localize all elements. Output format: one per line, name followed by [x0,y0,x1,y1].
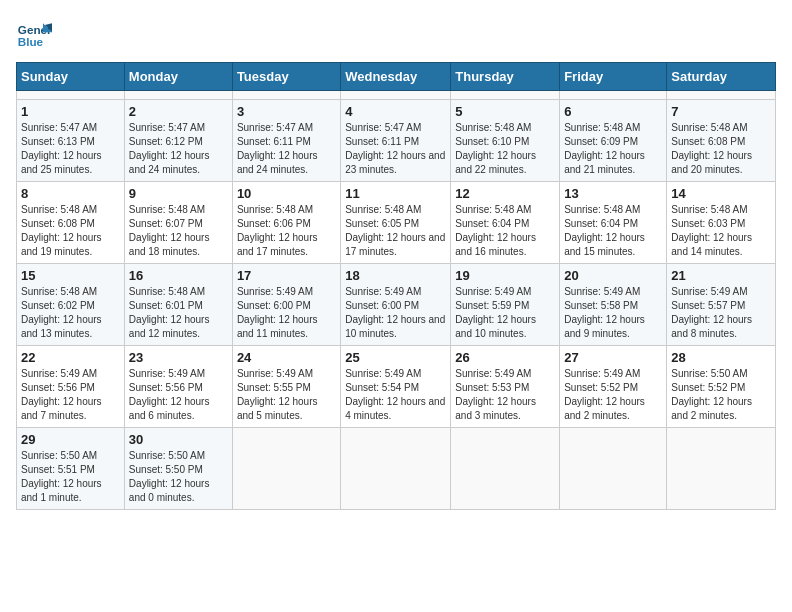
calendar-cell: 7Sunrise: 5:48 AMSunset: 6:08 PMDaylight… [667,100,776,182]
calendar-week-row: 15Sunrise: 5:48 AMSunset: 6:02 PMDayligh… [17,264,776,346]
calendar-week-row: 8Sunrise: 5:48 AMSunset: 6:08 PMDaylight… [17,182,776,264]
calendar-cell: 26Sunrise: 5:49 AMSunset: 5:53 PMDayligh… [451,346,560,428]
day-info: Sunrise: 5:48 AMSunset: 6:04 PMDaylight:… [455,203,555,259]
day-info: Sunrise: 5:47 AMSunset: 6:11 PMDaylight:… [345,121,446,177]
day-number: 29 [21,432,120,447]
day-info: Sunrise: 5:47 AMSunset: 6:13 PMDaylight:… [21,121,120,177]
day-info: Sunrise: 5:49 AMSunset: 5:57 PMDaylight:… [671,285,771,341]
day-number: 14 [671,186,771,201]
svg-text:Blue: Blue [18,35,44,48]
calendar-cell: 5Sunrise: 5:48 AMSunset: 6:10 PMDaylight… [451,100,560,182]
calendar-cell [451,428,560,510]
calendar-cell [667,91,776,100]
day-number: 30 [129,432,228,447]
calendar-cell [667,428,776,510]
day-info: Sunrise: 5:48 AMSunset: 6:01 PMDaylight:… [129,285,228,341]
day-info: Sunrise: 5:47 AMSunset: 6:11 PMDaylight:… [237,121,336,177]
day-number: 27 [564,350,662,365]
calendar-cell: 6Sunrise: 5:48 AMSunset: 6:09 PMDaylight… [560,100,667,182]
day-number: 19 [455,268,555,283]
day-number: 21 [671,268,771,283]
calendar-week-row: 29Sunrise: 5:50 AMSunset: 5:51 PMDayligh… [17,428,776,510]
calendar-cell: 8Sunrise: 5:48 AMSunset: 6:08 PMDaylight… [17,182,125,264]
day-info: Sunrise: 5:49 AMSunset: 6:00 PMDaylight:… [237,285,336,341]
day-info: Sunrise: 5:48 AMSunset: 6:04 PMDaylight:… [564,203,662,259]
day-number: 7 [671,104,771,119]
day-info: Sunrise: 5:49 AMSunset: 5:56 PMDaylight:… [21,367,120,423]
calendar-cell: 11Sunrise: 5:48 AMSunset: 6:05 PMDayligh… [341,182,451,264]
day-info: Sunrise: 5:50 AMSunset: 5:51 PMDaylight:… [21,449,120,505]
day-number: 1 [21,104,120,119]
calendar-cell [560,428,667,510]
weekday-header-cell: Monday [124,63,232,91]
calendar-cell: 13Sunrise: 5:48 AMSunset: 6:04 PMDayligh… [560,182,667,264]
day-info: Sunrise: 5:48 AMSunset: 6:02 PMDaylight:… [21,285,120,341]
day-number: 24 [237,350,336,365]
calendar-cell [232,428,340,510]
calendar-cell: 9Sunrise: 5:48 AMSunset: 6:07 PMDaylight… [124,182,232,264]
weekday-header-cell: Wednesday [341,63,451,91]
day-info: Sunrise: 5:48 AMSunset: 6:10 PMDaylight:… [455,121,555,177]
calendar-cell: 22Sunrise: 5:49 AMSunset: 5:56 PMDayligh… [17,346,125,428]
calendar-cell [232,91,340,100]
calendar-cell: 17Sunrise: 5:49 AMSunset: 6:00 PMDayligh… [232,264,340,346]
day-info: Sunrise: 5:48 AMSunset: 6:09 PMDaylight:… [564,121,662,177]
calendar-cell: 21Sunrise: 5:49 AMSunset: 5:57 PMDayligh… [667,264,776,346]
logo: General Blue [16,16,52,52]
day-number: 16 [129,268,228,283]
day-info: Sunrise: 5:49 AMSunset: 5:58 PMDaylight:… [564,285,662,341]
day-number: 26 [455,350,555,365]
calendar-body: 1Sunrise: 5:47 AMSunset: 6:13 PMDaylight… [17,91,776,510]
day-number: 10 [237,186,336,201]
day-number: 12 [455,186,555,201]
day-number: 11 [345,186,446,201]
day-number: 28 [671,350,771,365]
calendar-cell: 15Sunrise: 5:48 AMSunset: 6:02 PMDayligh… [17,264,125,346]
day-number: 17 [237,268,336,283]
day-number: 13 [564,186,662,201]
calendar-cell: 18Sunrise: 5:49 AMSunset: 6:00 PMDayligh… [341,264,451,346]
calendar-week-row: 22Sunrise: 5:49 AMSunset: 5:56 PMDayligh… [17,346,776,428]
calendar-cell: 14Sunrise: 5:48 AMSunset: 6:03 PMDayligh… [667,182,776,264]
day-number: 8 [21,186,120,201]
calendar-cell [341,428,451,510]
day-info: Sunrise: 5:48 AMSunset: 6:06 PMDaylight:… [237,203,336,259]
day-info: Sunrise: 5:50 AMSunset: 5:52 PMDaylight:… [671,367,771,423]
day-number: 3 [237,104,336,119]
day-info: Sunrise: 5:49 AMSunset: 5:54 PMDaylight:… [345,367,446,423]
calendar-cell: 30Sunrise: 5:50 AMSunset: 5:50 PMDayligh… [124,428,232,510]
calendar-table: SundayMondayTuesdayWednesdayThursdayFrid… [16,62,776,510]
calendar-cell: 29Sunrise: 5:50 AMSunset: 5:51 PMDayligh… [17,428,125,510]
day-info: Sunrise: 5:49 AMSunset: 5:53 PMDaylight:… [455,367,555,423]
day-number: 18 [345,268,446,283]
day-info: Sunrise: 5:47 AMSunset: 6:12 PMDaylight:… [129,121,228,177]
day-info: Sunrise: 5:49 AMSunset: 6:00 PMDaylight:… [345,285,446,341]
calendar-cell [124,91,232,100]
calendar-cell: 23Sunrise: 5:49 AMSunset: 5:56 PMDayligh… [124,346,232,428]
day-info: Sunrise: 5:48 AMSunset: 6:08 PMDaylight:… [671,121,771,177]
calendar-cell: 2Sunrise: 5:47 AMSunset: 6:12 PMDaylight… [124,100,232,182]
day-info: Sunrise: 5:48 AMSunset: 6:03 PMDaylight:… [671,203,771,259]
calendar-cell [341,91,451,100]
day-number: 20 [564,268,662,283]
calendar-cell [560,91,667,100]
calendar-cell: 12Sunrise: 5:48 AMSunset: 6:04 PMDayligh… [451,182,560,264]
day-info: Sunrise: 5:50 AMSunset: 5:50 PMDaylight:… [129,449,228,505]
day-number: 25 [345,350,446,365]
weekday-header-cell: Tuesday [232,63,340,91]
calendar-cell: 1Sunrise: 5:47 AMSunset: 6:13 PMDaylight… [17,100,125,182]
day-number: 15 [21,268,120,283]
calendar-cell [451,91,560,100]
header: General Blue [16,16,776,52]
calendar-cell: 24Sunrise: 5:49 AMSunset: 5:55 PMDayligh… [232,346,340,428]
day-number: 9 [129,186,228,201]
day-info: Sunrise: 5:48 AMSunset: 6:05 PMDaylight:… [345,203,446,259]
weekday-header-row: SundayMondayTuesdayWednesdayThursdayFrid… [17,63,776,91]
logo-icon: General Blue [16,16,52,52]
day-number: 23 [129,350,228,365]
day-number: 6 [564,104,662,119]
weekday-header-cell: Friday [560,63,667,91]
calendar-week-row [17,91,776,100]
weekday-header-cell: Thursday [451,63,560,91]
day-info: Sunrise: 5:48 AMSunset: 6:07 PMDaylight:… [129,203,228,259]
